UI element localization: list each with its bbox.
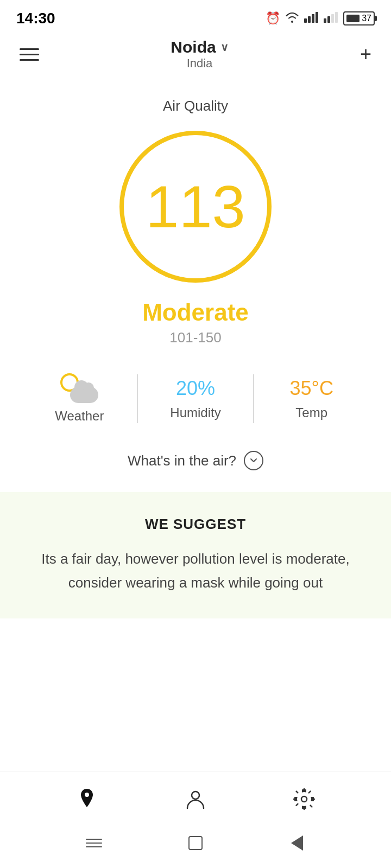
- expand-icon: [244, 451, 263, 470]
- svg-rect-7: [335, 12, 338, 23]
- air-contents-text: What's in the air?: [128, 452, 236, 469]
- status-bar: 14:30 ⏰: [0, 0, 391, 33]
- suggestion-text: Its a fair day, however pollution level …: [27, 547, 364, 595]
- alarm-icon: ⏰: [266, 11, 280, 25]
- suggestion-title: WE SUGGEST: [27, 516, 364, 533]
- bottom-nav: [0, 771, 391, 822]
- signal-icon: [304, 11, 319, 26]
- humidity-label: Humidity: [170, 405, 220, 420]
- menu-button[interactable]: [20, 48, 39, 61]
- weather-item: Weather: [22, 373, 137, 424]
- svg-rect-0: [304, 18, 307, 23]
- signal2-icon: [324, 11, 339, 26]
- humidity-item: 20% Humidity: [138, 377, 254, 420]
- humidity-value: 20%: [176, 377, 215, 400]
- nav-location-button[interactable]: [74, 787, 99, 812]
- battery-percent: 37: [362, 14, 371, 23]
- svg-rect-3: [316, 12, 318, 23]
- aqi-range: 101-150: [0, 329, 391, 346]
- svg-rect-4: [324, 18, 326, 23]
- aqi-circle: 113: [119, 131, 272, 283]
- location-center[interactable]: Noida ∨ India: [171, 38, 228, 71]
- add-button[interactable]: +: [360, 43, 371, 66]
- nav-profile-button[interactable]: [183, 787, 208, 812]
- chevron-down-icon: ∨: [220, 41, 229, 54]
- android-back-button[interactable]: [285, 831, 309, 855]
- temp-value: 35°C: [289, 377, 333, 400]
- suggestion-box: WE SUGGEST Its a fair day, however pollu…: [0, 492, 391, 618]
- cloud-icon: [70, 387, 98, 403]
- svg-point-8: [85, 793, 89, 797]
- android-nav: [0, 822, 391, 868]
- battery-icon: 37: [343, 11, 375, 25]
- aqi-number: 113: [146, 177, 245, 237]
- header: Noida ∨ India +: [0, 33, 391, 81]
- android-menu-button[interactable]: [82, 831, 106, 855]
- svg-rect-6: [331, 14, 334, 23]
- svg-point-9: [192, 792, 199, 799]
- aqi-status-label: Moderate: [0, 299, 391, 326]
- temp-label: Temp: [295, 405, 327, 420]
- weather-row: Weather 20% Humidity 35°C Temp: [0, 373, 391, 424]
- temp-item: 35°C Temp: [254, 377, 369, 420]
- svg-rect-2: [312, 14, 314, 23]
- nav-settings-button[interactable]: [292, 787, 317, 812]
- weather-icon: [60, 373, 98, 403]
- svg-point-10: [301, 796, 307, 802]
- country-name: India: [171, 56, 228, 71]
- status-time: 14:30: [16, 10, 55, 27]
- city-name[interactable]: Noida ∨: [171, 38, 228, 56]
- air-quality-label: Air Quality: [0, 98, 391, 114]
- air-contents-button[interactable]: What's in the air?: [0, 451, 391, 470]
- aqi-circle-container: 113: [0, 131, 391, 283]
- svg-rect-1: [308, 16, 311, 23]
- android-home-button[interactable]: [184, 831, 207, 855]
- svg-rect-5: [327, 16, 330, 23]
- weather-label: Weather: [55, 409, 104, 424]
- aqi-status: Moderate: [0, 299, 391, 326]
- wifi-icon: [285, 11, 300, 26]
- status-icons: ⏰ 37: [266, 11, 375, 26]
